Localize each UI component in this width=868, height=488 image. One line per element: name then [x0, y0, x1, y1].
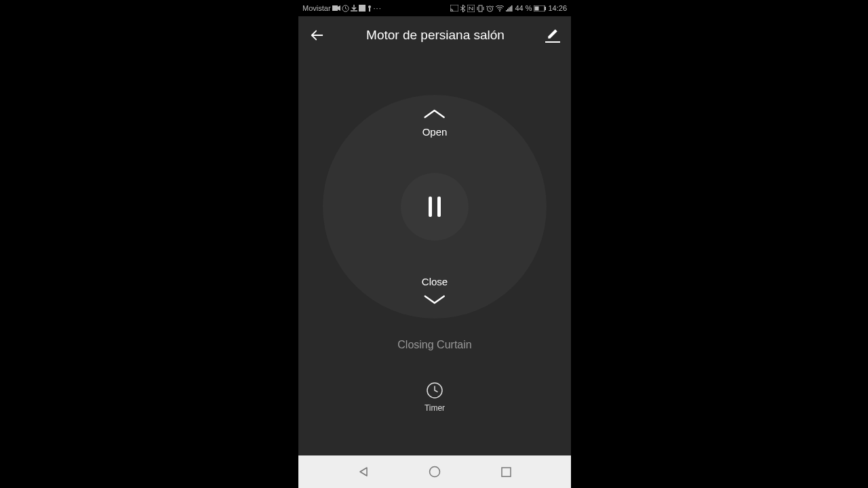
svg-rect-18 [429, 197, 432, 217]
nav-home-button[interactable] [428, 465, 441, 479]
clock-icon [426, 382, 443, 399]
svg-rect-22 [502, 468, 511, 476]
svg-rect-19 [437, 197, 441, 217]
svg-rect-12 [509, 7, 510, 12]
bluetooth-icon [460, 5, 465, 12]
app-header: Motor de persiana salón [298, 16, 571, 54]
video-icon [332, 5, 340, 11]
control-dial: Open Close [323, 95, 547, 319]
timer-label: Timer [425, 403, 445, 413]
circle-home-icon [429, 466, 441, 478]
app-screen: Motor de persiana salón Open Close Clo [298, 16, 571, 455]
svg-rect-10 [506, 10, 507, 12]
app-icon [359, 5, 366, 12]
alarm-icon [486, 5, 494, 12]
svg-rect-7 [479, 5, 482, 12]
chevron-down-icon [423, 294, 446, 305]
chevron-up-icon [423, 108, 446, 119]
nfc-icon [467, 5, 475, 12]
close-button[interactable]: Close [422, 276, 448, 305]
pencil-icon [547, 28, 559, 40]
svg-rect-0 [332, 5, 338, 11]
status-bar: Movistar ··· 44 % 14:26 [298, 0, 571, 16]
phone-frame: Movistar ··· 44 % 14:26 Motor de [298, 0, 571, 488]
download-icon [351, 5, 357, 12]
open-button[interactable]: Open [422, 108, 448, 138]
battery-percent: 44 % [515, 4, 532, 12]
back-button[interactable] [309, 27, 326, 43]
more-icon: ··· [374, 4, 382, 12]
vibrate-icon [477, 5, 484, 12]
wifi-icon [496, 5, 504, 12]
svg-point-9 [499, 10, 500, 12]
close-label: Close [422, 276, 448, 287]
svg-rect-13 [510, 6, 511, 12]
status-text: Closing Curtain [397, 339, 471, 351]
arrow-left-icon [310, 28, 325, 43]
square-recent-icon [501, 467, 511, 477]
signal-icon [506, 5, 513, 12]
open-label: Open [422, 126, 448, 138]
svg-rect-2 [359, 5, 366, 12]
battery-icon [534, 5, 546, 12]
svg-rect-4 [369, 7, 370, 12]
android-nav-bar [298, 455, 571, 488]
svg-rect-16 [535, 6, 539, 10]
pause-icon [426, 197, 443, 217]
edit-button[interactable] [545, 28, 560, 43]
svg-point-21 [430, 467, 440, 477]
page-title: Motor de persiana salón [336, 28, 534, 43]
whatsapp-icon [342, 5, 349, 12]
triangle-back-icon [358, 466, 369, 477]
timer-button[interactable]: Timer [425, 382, 445, 413]
key-icon [367, 5, 372, 12]
control-area: Open Close Closing Curtain Timer [298, 54, 571, 455]
svg-rect-14 [511, 5, 513, 12]
cast-icon [450, 5, 458, 12]
pause-button[interactable] [401, 173, 469, 241]
carrier-label: Movistar [302, 4, 331, 12]
clock-label: 14:26 [548, 4, 567, 12]
svg-rect-17 [545, 7, 546, 10]
nav-back-button[interactable] [357, 465, 370, 479]
nav-recent-button[interactable] [500, 465, 513, 479]
svg-rect-11 [507, 9, 509, 12]
